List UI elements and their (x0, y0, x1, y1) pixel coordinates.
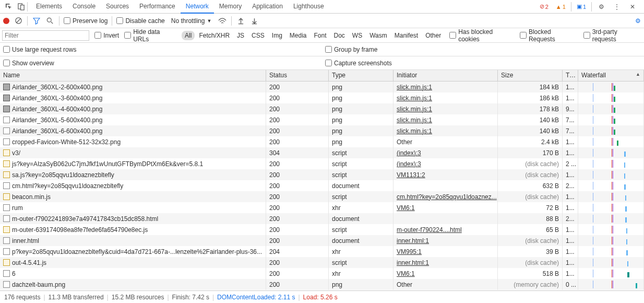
type-all[interactable]: All (182, 31, 195, 40)
filter-input[interactable] (2, 30, 89, 41)
request-row[interactable]: out-4.5.41.js200scriptinner.html:1(disk … (0, 257, 644, 268)
col-status[interactable]: Status (266, 70, 329, 81)
divider (112, 16, 112, 26)
type-fetchxhr[interactable]: Fetch/XHR (196, 31, 233, 40)
tab-console[interactable]: Console (67, 0, 101, 14)
request-initiator[interactable]: inner.html:1 (393, 235, 498, 246)
request-row[interactable]: m-outer-639174098ea8fe7fede6fa654790e8ec… (0, 224, 644, 235)
request-row[interactable]: Airlander_360XL-6-600x400.png200pngslick… (0, 125, 644, 136)
col-type[interactable]: Type (329, 70, 393, 81)
request-row[interactable]: m-outer-f7902241893e7a497417843cb15dc858… (0, 213, 644, 224)
export-icon[interactable] (249, 16, 259, 26)
request-name: 6 (12, 270, 16, 277)
tab-memory[interactable]: Memory (214, 0, 247, 14)
request-initiator[interactable]: VM6:1 (393, 268, 498, 279)
tab-lighthouse[interactable]: Lighthouse (288, 0, 329, 14)
request-size: (memory cache) (498, 279, 563, 290)
large-rows-checkbox[interactable]: Use large request rows (3, 46, 76, 53)
request-row[interactable]: cropped-Favicon-White-512-32x32.png200pn… (0, 136, 644, 147)
disable-cache-checkbox[interactable]: Disable cache (116, 17, 164, 25)
col-name[interactable]: Name (0, 70, 266, 81)
blocked-requests-checkbox[interactable]: Blocked Requests (520, 28, 578, 43)
col-size[interactable]: Size (498, 70, 563, 81)
file-icon (3, 116, 10, 123)
request-time: 1... (563, 202, 578, 213)
type-doc[interactable]: Doc (331, 31, 348, 40)
col-initiator[interactable]: Initiator (393, 70, 498, 81)
type-ws[interactable]: WS (349, 31, 365, 40)
request-grid[interactable]: Airlander_360XL-2-600x400.png200pngslick… (0, 81, 644, 290)
inspect-icon[interactable] (2, 1, 15, 13)
type-media[interactable]: Media (287, 31, 310, 40)
request-row[interactable]: rum200xhrVM6:172 B1... (0, 202, 644, 213)
request-initiator[interactable]: inner.html:1 (393, 257, 498, 268)
has-blocked-cookies-checkbox[interactable]: Has blocked cookies (449, 28, 515, 43)
type-css[interactable]: CSS (248, 31, 268, 40)
close-icon[interactable]: ✕ (626, 1, 639, 13)
messages-badge[interactable]: ▣ 1 (575, 3, 588, 10)
invert-checkbox[interactable]: Invert (94, 32, 119, 39)
type-manifest[interactable]: Manifest (391, 31, 421, 40)
request-initiator[interactable]: VM1131:2 (393, 169, 498, 180)
request-initiator[interactable]: VM6:1 (393, 202, 498, 213)
import-icon[interactable] (236, 16, 245, 26)
request-row[interactable]: js?key=AIzaSyB062uC7jmJfkf1wUnutGFTBymDP… (0, 158, 644, 169)
request-initiator[interactable]: m-outer-f790224....html (393, 224, 498, 235)
request-initiator[interactable]: slick.min.js:1 (393, 92, 498, 103)
tab-performance[interactable]: Performance (134, 0, 181, 14)
settings-gear-icon[interactable]: ⚙ (595, 1, 607, 13)
request-status: 200 (266, 268, 329, 279)
request-row[interactable]: v3/304script(index):3170 B1... (0, 147, 644, 158)
request-initiator[interactable]: slick.min.js:1 (393, 125, 498, 136)
request-initiator[interactable]: VM995:1 (393, 246, 498, 257)
clear-icon[interactable] (14, 16, 23, 26)
tab-sources[interactable]: Sources (101, 0, 134, 14)
col-time[interactable]: Ti... (563, 70, 578, 81)
capture-screenshots-checkbox[interactable]: Capture screenshots (325, 60, 392, 67)
third-party-checkbox[interactable]: 3rd-party requests (583, 28, 642, 43)
request-row[interactable]: cm.html?key=2o85qqvu1ldoaznezbltefly200d… (0, 180, 644, 191)
request-initiator[interactable]: slick.min.js:1 (393, 114, 498, 125)
preserve-log-checkbox[interactable]: Preserve log (64, 17, 108, 25)
show-overview-checkbox[interactable]: Show overview (3, 60, 54, 67)
device-toggle-icon[interactable] (15, 1, 27, 13)
request-row[interactable]: Airlander_360XL-3-600x400.png200pngslick… (0, 92, 644, 103)
request-initiator[interactable]: (index):3 (393, 147, 498, 158)
warning-badge[interactable]: ▲1 (554, 3, 568, 10)
type-other[interactable]: Other (422, 31, 444, 40)
type-font[interactable]: Font (311, 31, 330, 40)
request-waterfall (578, 257, 644, 268)
file-icon (3, 237, 10, 244)
request-initiator[interactable]: (index):3 (393, 158, 498, 169)
request-initiator[interactable]: slick.min.js:1 (393, 103, 498, 114)
type-js[interactable]: JS (234, 31, 247, 40)
filter-icon[interactable] (32, 16, 41, 26)
error-badge[interactable]: ⊘2 (538, 3, 551, 10)
request-initiator[interactable]: cm.html?key=2o85qqvu1ldoaznez... (393, 191, 498, 202)
request-row[interactable]: inner.html200documentinner.html:1(disk c… (0, 235, 644, 246)
request-row[interactable]: Airlander_360XL-5-600x400.png200pngslick… (0, 114, 644, 125)
network-conditions-icon[interactable] (218, 16, 227, 26)
request-row[interactable]: sa.js?key=2o85qqvu1ldoaznezbltefly200scr… (0, 169, 644, 180)
network-settings-icon[interactable]: ⚙ (635, 17, 641, 25)
tab-application[interactable]: Application (247, 0, 288, 14)
tab-elements[interactable]: Elements (31, 0, 67, 14)
more-menu-icon[interactable]: ⋮ (611, 1, 623, 13)
request-row[interactable]: dachzelt-baum.png200pngOther(memory cach… (0, 279, 644, 290)
request-row[interactable]: p?key=2o85qqvu1ldoaznezbltefly&cuid=4da7… (0, 246, 644, 257)
request-row[interactable]: beacon.min.js200scriptcm.html?key=2o85qq… (0, 191, 644, 202)
request-initiator[interactable]: slick.min.js:1 (393, 81, 498, 92)
request-row[interactable]: Airlander_360XL-2-600x400.png200pngslick… (0, 81, 644, 92)
hide-data-urls-checkbox[interactable]: Hide data URLs (124, 28, 176, 43)
request-row[interactable]: 6200xhrVM6:1518 B1... (0, 268, 644, 279)
throttling-select[interactable]: No throttling▼ (169, 16, 214, 26)
type-wasm[interactable]: Wasm (366, 31, 390, 40)
search-icon[interactable] (45, 16, 55, 26)
col-waterfall[interactable]: Waterfall▲ (578, 70, 644, 81)
request-type: document (329, 213, 393, 224)
group-by-frame-checkbox[interactable]: Group by frame (325, 46, 377, 53)
request-row[interactable]: Airlander_360XL-4-600x400.png200pngslick… (0, 103, 644, 114)
tab-network[interactable]: Network (181, 0, 214, 14)
record-button[interactable] (3, 18, 9, 24)
type-img[interactable]: Img (269, 31, 285, 40)
